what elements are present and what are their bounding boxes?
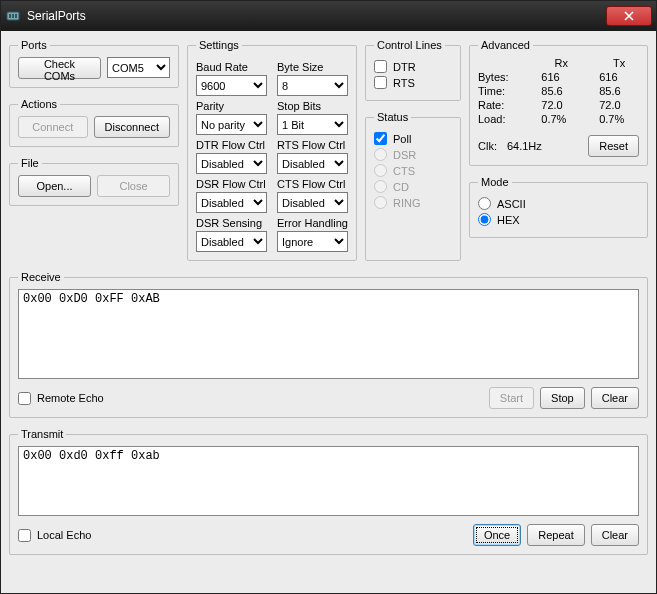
titlebar: SerialPorts <box>1 1 656 31</box>
app-icon <box>5 8 21 24</box>
actions-legend: Actions <box>18 98 60 110</box>
ctsflow-label: CTS Flow Ctrl <box>277 178 348 190</box>
file-legend: File <box>18 157 42 169</box>
dsr-label: DSR <box>393 149 416 161</box>
window-close-button[interactable] <box>606 6 652 26</box>
settings-legend: Settings <box>196 39 242 51</box>
baud-select[interactable]: 9600 <box>196 75 267 96</box>
dtrflow-select[interactable]: Disabled <box>196 153 267 174</box>
transmit-legend: Transmit <box>18 428 66 440</box>
cts-radio <box>374 164 387 177</box>
dsr-radio <box>374 148 387 161</box>
byte-label: Byte Size <box>277 61 348 73</box>
time-label: Time: <box>478 85 523 97</box>
dtr-checkbox[interactable] <box>374 60 387 73</box>
svg-rect-3 <box>15 14 17 18</box>
actions-group: Actions Connect Disconnect <box>9 98 179 147</box>
bytes-tx: 616 <box>599 71 639 83</box>
ascii-label: ASCII <box>497 198 526 210</box>
check-coms-button[interactable]: Check COMs <box>18 57 101 79</box>
byte-select[interactable]: 8 <box>277 75 348 96</box>
transmit-textarea[interactable] <box>18 446 639 516</box>
rts-label: RTS <box>393 77 415 89</box>
svg-rect-2 <box>12 14 14 18</box>
window-title: SerialPorts <box>27 9 606 23</box>
err-label: Error Handling <box>277 217 348 229</box>
disconnect-button[interactable]: Disconnect <box>94 116 170 138</box>
receive-textarea[interactable] <box>18 289 639 379</box>
remote-echo-checkbox[interactable] <box>18 392 31 405</box>
advanced-group: Advanced RxTx Bytes:616616 Time:85.685.6… <box>469 39 648 166</box>
client-area: Ports Check COMs COM5 Actions Connect Di… <box>1 31 656 593</box>
com-select[interactable]: COM5 <box>107 57 170 78</box>
transmit-once-button[interactable]: Once <box>473 524 521 546</box>
rx-header: Rx <box>541 57 581 69</box>
baud-label: Baud Rate <box>196 61 267 73</box>
receive-stop-button[interactable]: Stop <box>540 387 585 409</box>
ports-group: Ports Check COMs COM5 <box>9 39 179 88</box>
load-tx: 0.7% <box>599 113 639 125</box>
receive-group: Receive Remote Echo Start Stop Clear <box>9 271 648 418</box>
rate-label: Rate: <box>478 99 523 111</box>
remote-echo-label: Remote Echo <box>37 392 104 404</box>
connect-button: Connect <box>18 116 88 138</box>
parity-select[interactable]: No parity <box>196 114 267 135</box>
load-rx: 0.7% <box>541 113 581 125</box>
err-select[interactable]: Ignore <box>277 231 348 252</box>
receive-start-button: Start <box>489 387 534 409</box>
ctsflow-select[interactable]: Disabled <box>277 192 348 213</box>
rts-checkbox[interactable] <box>374 76 387 89</box>
control-legend: Control Lines <box>374 39 445 51</box>
receive-legend: Receive <box>18 271 64 283</box>
time-tx: 85.6 <box>599 85 639 97</box>
rtsflow-select[interactable]: Disabled <box>277 153 348 174</box>
stop-select[interactable]: 1 Bit <box>277 114 348 135</box>
dtrflow-label: DTR Flow Ctrl <box>196 139 267 151</box>
dsrflow-select[interactable]: Disabled <box>196 192 267 213</box>
ascii-radio[interactable] <box>478 197 491 210</box>
ring-radio <box>374 196 387 209</box>
dsrsens-label: DSR Sensing <box>196 217 267 229</box>
close-button: Close <box>97 175 170 197</box>
mode-group: Mode ASCII HEX <box>469 176 648 238</box>
advanced-legend: Advanced <box>478 39 533 51</box>
transmit-repeat-button[interactable]: Repeat <box>527 524 584 546</box>
clk-label: Clk: <box>478 140 497 152</box>
receive-clear-button[interactable]: Clear <box>591 387 639 409</box>
status-group: Status Poll DSR CTS CD RING <box>365 111 461 261</box>
cd-radio <box>374 180 387 193</box>
status-legend: Status <box>374 111 411 123</box>
ports-legend: Ports <box>18 39 50 51</box>
cd-label: CD <box>393 181 409 193</box>
load-label: Load: <box>478 113 523 125</box>
bytes-rx: 616 <box>541 71 581 83</box>
stop-label: Stop Bits <box>277 100 348 112</box>
transmit-group: Transmit Local Echo Once Repeat Clear <box>9 428 648 555</box>
dsrsens-select[interactable]: Disabled <box>196 231 267 252</box>
app-window: SerialPorts Ports Check COMs COM5 <box>0 0 657 594</box>
transmit-clear-button[interactable]: Clear <box>591 524 639 546</box>
settings-group: Settings Baud Rate 9600 Byte Size 8 Pari… <box>187 39 357 261</box>
parity-label: Parity <box>196 100 267 112</box>
local-echo-label: Local Echo <box>37 529 91 541</box>
dsrflow-label: DSR Flow Ctrl <box>196 178 267 190</box>
poll-checkbox[interactable] <box>374 132 387 145</box>
ring-label: RING <box>393 197 421 209</box>
tx-header: Tx <box>599 57 639 69</box>
close-icon <box>624 11 634 21</box>
rtsflow-label: RTS Flow Ctrl <box>277 139 348 151</box>
control-lines-group: Control Lines DTR RTS <box>365 39 461 101</box>
dtr-label: DTR <box>393 61 416 73</box>
reset-button[interactable]: Reset <box>588 135 639 157</box>
rate-rx: 72.0 <box>541 99 581 111</box>
file-group: File Open... Close <box>9 157 179 206</box>
poll-label: Poll <box>393 133 411 145</box>
clk-value: 64.1Hz <box>507 140 542 152</box>
hex-radio[interactable] <box>478 213 491 226</box>
hex-label: HEX <box>497 214 520 226</box>
open-button[interactable]: Open... <box>18 175 91 197</box>
mode-legend: Mode <box>478 176 512 188</box>
cts-label: CTS <box>393 165 415 177</box>
local-echo-checkbox[interactable] <box>18 529 31 542</box>
time-rx: 85.6 <box>541 85 581 97</box>
